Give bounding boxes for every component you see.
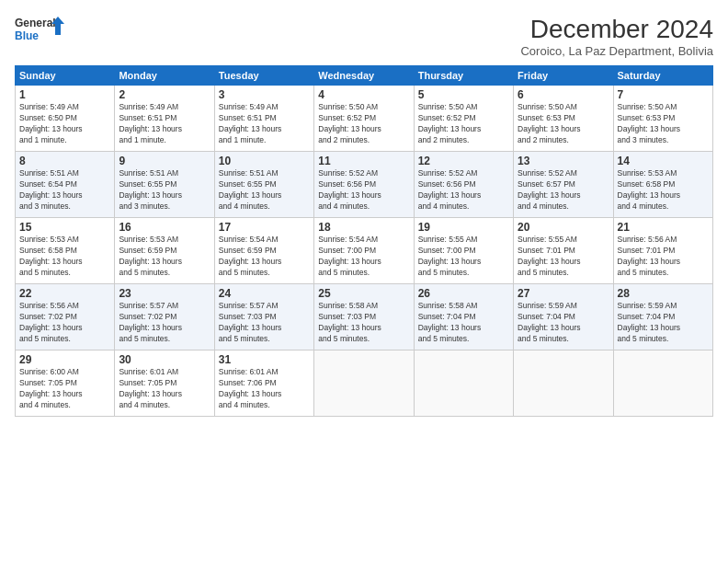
- calendar-cell: 22Sunrise: 5:56 AMSunset: 7:02 PMDayligh…: [16, 284, 115, 350]
- calendar-cell: 8Sunrise: 5:51 AMSunset: 6:54 PMDaylight…: [16, 152, 115, 218]
- col-saturday: Saturday: [613, 66, 712, 86]
- day-detail: Sunrise: 5:59 AMSunset: 7:04 PMDaylight:…: [618, 301, 709, 345]
- calendar-cell: 26Sunrise: 5:58 AMSunset: 7:04 PMDayligh…: [414, 284, 513, 350]
- day-number: 7: [618, 88, 709, 101]
- day-detail: Sunrise: 6:00 AMSunset: 7:05 PMDaylight:…: [19, 367, 110, 411]
- calendar-cell: [613, 350, 712, 417]
- day-number: 10: [219, 155, 310, 167]
- day-number: 5: [418, 88, 509, 101]
- day-number: 3: [219, 88, 310, 101]
- day-detail: Sunrise: 5:50 AMSunset: 6:52 PMDaylight:…: [318, 102, 409, 146]
- day-number: 27: [518, 287, 609, 300]
- header-row: Sunday Monday Tuesday Wednesday Thursday…: [16, 66, 713, 86]
- day-number: 19: [418, 221, 509, 234]
- day-detail: Sunrise: 5:58 AMSunset: 7:03 PMDaylight:…: [318, 301, 409, 345]
- calendar-cell: 14Sunrise: 5:53 AMSunset: 6:58 PMDayligh…: [613, 152, 712, 218]
- calendar-cell: 4Sunrise: 5:50 AMSunset: 6:52 PMDaylight…: [314, 86, 414, 152]
- day-detail: Sunrise: 5:56 AMSunset: 7:01 PMDaylight:…: [618, 235, 709, 279]
- day-detail: Sunrise: 6:01 AMSunset: 7:06 PMDaylight:…: [219, 367, 310, 411]
- day-number: 23: [119, 287, 210, 300]
- day-detail: Sunrise: 5:51 AMSunset: 6:54 PMDaylight:…: [19, 168, 110, 213]
- logo: General Blue: [15, 15, 65, 44]
- day-detail: Sunrise: 5:50 AMSunset: 6:52 PMDaylight:…: [418, 102, 509, 146]
- calendar-cell: 1Sunrise: 5:49 AMSunset: 6:50 PMDaylight…: [16, 86, 115, 152]
- title-block: December 2024 Coroico, La Paz Department…: [520, 15, 713, 58]
- day-number: 2: [119, 88, 210, 101]
- day-detail: Sunrise: 5:50 AMSunset: 6:53 PMDaylight:…: [618, 102, 709, 146]
- day-detail: Sunrise: 5:55 AMSunset: 7:01 PMDaylight:…: [518, 235, 609, 279]
- calendar-cell: 11Sunrise: 5:52 AMSunset: 6:56 PMDayligh…: [314, 152, 414, 218]
- day-number: 15: [19, 221, 110, 234]
- calendar-week-row: 29Sunrise: 6:00 AMSunset: 7:05 PMDayligh…: [16, 350, 713, 417]
- calendar-cell: 15Sunrise: 5:53 AMSunset: 6:58 PMDayligh…: [16, 218, 115, 284]
- day-number: 30: [119, 353, 210, 366]
- day-number: 21: [618, 221, 709, 234]
- day-detail: Sunrise: 5:59 AMSunset: 7:04 PMDaylight:…: [518, 301, 609, 345]
- calendar-cell: 12Sunrise: 5:52 AMSunset: 6:56 PMDayligh…: [414, 152, 513, 218]
- calendar-week-row: 22Sunrise: 5:56 AMSunset: 7:02 PMDayligh…: [16, 284, 713, 350]
- day-number: 12: [418, 155, 509, 167]
- day-detail: Sunrise: 5:53 AMSunset: 6:59 PMDaylight:…: [119, 235, 210, 279]
- day-detail: Sunrise: 5:55 AMSunset: 7:00 PMDaylight:…: [418, 235, 509, 279]
- day-detail: Sunrise: 5:54 AMSunset: 6:59 PMDaylight:…: [219, 235, 310, 279]
- calendar-cell: 30Sunrise: 6:01 AMSunset: 7:05 PMDayligh…: [115, 350, 214, 417]
- day-number: 17: [219, 221, 310, 234]
- svg-text:Blue: Blue: [15, 29, 39, 42]
- calendar-cell: 2Sunrise: 5:49 AMSunset: 6:51 PMDaylight…: [115, 86, 214, 152]
- calendar-cell: 3Sunrise: 5:49 AMSunset: 6:51 PMDaylight…: [214, 86, 313, 152]
- col-friday: Friday: [514, 66, 613, 86]
- calendar-cell: 17Sunrise: 5:54 AMSunset: 6:59 PMDayligh…: [214, 218, 313, 284]
- day-detail: Sunrise: 6:01 AMSunset: 7:05 PMDaylight:…: [119, 367, 210, 411]
- day-detail: Sunrise: 5:58 AMSunset: 7:04 PMDaylight:…: [418, 301, 509, 345]
- day-detail: Sunrise: 5:51 AMSunset: 6:55 PMDaylight:…: [219, 168, 310, 213]
- day-detail: Sunrise: 5:53 AMSunset: 6:58 PMDaylight:…: [19, 235, 110, 279]
- calendar-cell: [314, 350, 414, 417]
- day-number: 4: [318, 88, 409, 101]
- day-detail: Sunrise: 5:49 AMSunset: 6:51 PMDaylight:…: [219, 102, 310, 146]
- calendar-cell: [414, 350, 513, 417]
- calendar-week-row: 15Sunrise: 5:53 AMSunset: 6:58 PMDayligh…: [16, 218, 713, 284]
- col-tuesday: Tuesday: [214, 66, 313, 86]
- location-subtitle: Coroico, La Paz Department, Bolivia: [520, 44, 713, 58]
- calendar-cell: 24Sunrise: 5:57 AMSunset: 7:03 PMDayligh…: [214, 284, 313, 350]
- day-number: 9: [119, 155, 210, 167]
- day-number: 8: [19, 155, 110, 167]
- calendar-week-row: 8Sunrise: 5:51 AMSunset: 6:54 PMDaylight…: [16, 152, 713, 218]
- day-detail: Sunrise: 5:57 AMSunset: 7:02 PMDaylight:…: [119, 301, 210, 345]
- col-wednesday: Wednesday: [314, 66, 414, 86]
- day-detail: Sunrise: 5:56 AMSunset: 7:02 PMDaylight:…: [19, 301, 110, 345]
- day-detail: Sunrise: 5:52 AMSunset: 6:56 PMDaylight:…: [418, 168, 509, 213]
- day-number: 22: [19, 287, 110, 300]
- calendar-cell: 27Sunrise: 5:59 AMSunset: 7:04 PMDayligh…: [514, 284, 613, 350]
- calendar-cell: 9Sunrise: 5:51 AMSunset: 6:55 PMDaylight…: [115, 152, 214, 218]
- col-monday: Monday: [115, 66, 214, 86]
- calendar-cell: 6Sunrise: 5:50 AMSunset: 6:53 PMDaylight…: [514, 86, 613, 152]
- calendar-week-row: 1Sunrise: 5:49 AMSunset: 6:50 PMDaylight…: [16, 86, 713, 152]
- day-detail: Sunrise: 5:52 AMSunset: 6:56 PMDaylight:…: [318, 168, 409, 213]
- page-header: General Blue December 2024 Coroico, La P…: [15, 15, 713, 58]
- day-detail: Sunrise: 5:57 AMSunset: 7:03 PMDaylight:…: [219, 301, 310, 345]
- day-number: 16: [119, 221, 210, 234]
- svg-text:General: General: [15, 17, 56, 29]
- calendar-cell: 10Sunrise: 5:51 AMSunset: 6:55 PMDayligh…: [214, 152, 313, 218]
- calendar-cell: 5Sunrise: 5:50 AMSunset: 6:52 PMDaylight…: [414, 86, 513, 152]
- calendar-cell: 19Sunrise: 5:55 AMSunset: 7:00 PMDayligh…: [414, 218, 513, 284]
- calendar-cell: [514, 350, 613, 417]
- month-title: December 2024: [520, 15, 713, 44]
- calendar-cell: 28Sunrise: 5:59 AMSunset: 7:04 PMDayligh…: [613, 284, 712, 350]
- calendar-cell: 13Sunrise: 5:52 AMSunset: 6:57 PMDayligh…: [514, 152, 613, 218]
- col-thursday: Thursday: [414, 66, 513, 86]
- day-number: 20: [518, 221, 609, 234]
- day-number: 6: [518, 88, 609, 101]
- day-detail: Sunrise: 5:49 AMSunset: 6:51 PMDaylight:…: [119, 102, 210, 146]
- calendar-cell: 18Sunrise: 5:54 AMSunset: 7:00 PMDayligh…: [314, 218, 414, 284]
- day-number: 26: [418, 287, 509, 300]
- day-number: 13: [518, 155, 609, 167]
- day-number: 29: [19, 353, 110, 366]
- day-number: 25: [318, 287, 409, 300]
- day-number: 14: [618, 155, 709, 167]
- col-sunday: Sunday: [16, 66, 115, 86]
- day-number: 31: [219, 353, 310, 366]
- calendar-table: Sunday Monday Tuesday Wednesday Thursday…: [15, 65, 713, 417]
- calendar-cell: 16Sunrise: 5:53 AMSunset: 6:59 PMDayligh…: [115, 218, 214, 284]
